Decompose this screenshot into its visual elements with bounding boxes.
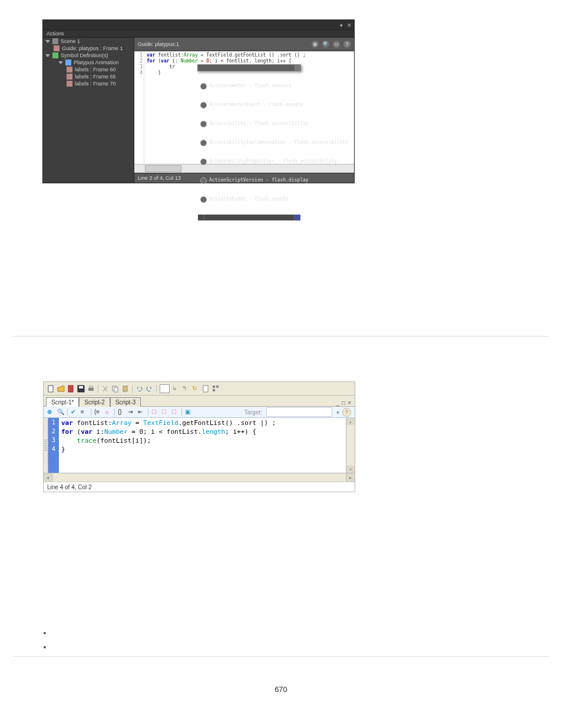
scene-tree[interactable]: Scene 1 Guide: platypus : Frame 1 Symbol… [43, 38, 134, 183]
undo-icon[interactable] [135, 385, 143, 393]
editor-header: Guide: platypus:1 ⊕ 🔍 ‹› ? [134, 38, 354, 51]
main-toolbar: ↳ ↰ ↻ [44, 382, 355, 396]
autocomplete-item[interactable]: AccelerometerEvent - flash.events [198, 101, 300, 108]
subheader: Actions [43, 29, 354, 38]
tab-script-3[interactable]: Script-3 [110, 397, 141, 407]
tree-label: labels : Frame 60 [75, 67, 116, 73]
scroll-right-icon[interactable]: ▸ [346, 473, 355, 482]
open-file-icon[interactable] [57, 385, 65, 393]
autocomplete-item[interactable]: ActivityEvent - flash.events [198, 196, 300, 203]
gutter: 1234 [134, 51, 144, 164]
expand-icon[interactable] [58, 61, 63, 64]
redo-icon[interactable] [146, 385, 153, 393]
code-lines[interactable]: var fontList:Array = TextField.getFontLi… [59, 418, 346, 473]
uncomment-icon[interactable]: ☐ [161, 409, 168, 416]
save-icon[interactable] [77, 385, 85, 393]
find-icon[interactable]: 🔍 [322, 41, 329, 48]
side-grip[interactable] [44, 418, 48, 473]
tree-item-frame[interactable]: labels : Frame 65 [43, 73, 134, 80]
autocomplete-popup[interactable]: Accelerometer - flash.sensors Accelerome… [197, 64, 301, 71]
scroll-down-icon[interactable]: ▾ [346, 466, 355, 473]
close-tab-icon[interactable]: × [348, 400, 351, 406]
comment-icon[interactable]: ☐ [151, 409, 158, 416]
collapse-icon[interactable]: ▾ [340, 22, 345, 27]
collapse-out-icon[interactable]: ⇤ [138, 409, 145, 416]
step-out-icon[interactable]: ↰ [182, 385, 190, 393]
vertical-scrollbar[interactable]: ▴ ▾ [346, 418, 355, 473]
actions-panel: ▾ ✕ Actions Scene 1 Guide: platypus : Fr… [43, 20, 354, 183]
close-icon[interactable]: ✕ [347, 22, 352, 27]
cut-icon[interactable] [101, 385, 109, 393]
tree-item-frame[interactable]: labels : Frame 70 [43, 80, 134, 87]
class-icon [200, 196, 207, 203]
puzzle-icon [52, 52, 58, 58]
copy-icon[interactable] [111, 385, 119, 393]
tree-item-guide[interactable]: Guide: platypus : Frame 1 [43, 45, 134, 52]
autocomplete-item[interactable]: AccessibilityImplementation - flash.acce… [198, 139, 300, 146]
scroll-up-icon[interactable]: ▴ [346, 418, 355, 425]
help-icon[interactable]: ? [343, 41, 351, 48]
autocomplete-item[interactable]: Accessibility - flash.accessibility [198, 120, 300, 127]
popup-hscroll[interactable] [198, 215, 300, 220]
sheet-icon[interactable] [202, 385, 210, 393]
blocks-icon[interactable] [212, 385, 220, 393]
tree-item-frame[interactable]: labels : Frame 60 [43, 66, 134, 73]
scroll-left-icon[interactable]: ◂ [44, 473, 52, 482]
autoformat-icon[interactable]: ≡ [81, 409, 88, 416]
options-icon[interactable]: ▣ [185, 409, 192, 416]
print-icon[interactable] [87, 385, 95, 393]
panel-titlebar[interactable]: ▾ ✕ [43, 20, 354, 29]
tab-script-1[interactable]: Script-1* [46, 397, 79, 407]
tree-item-scene[interactable]: Scene 1 [43, 38, 134, 45]
minimize-icon[interactable]: _ [336, 400, 340, 406]
frame-icon [67, 81, 72, 87]
horizontal-scrollbar[interactable]: ◂ ▸ [44, 473, 355, 482]
subheader-label: Actions [47, 31, 64, 37]
bullet-list [43, 628, 562, 645]
page-rule [13, 336, 549, 337]
debug-icon[interactable]: ☼ [104, 409, 111, 416]
add-icon[interactable]: ⊕ [47, 409, 54, 416]
restore-icon[interactable]: □ [342, 400, 345, 406]
expand-icon[interactable] [45, 54, 50, 57]
brace-match-icon[interactable]: {} [118, 409, 125, 416]
tree-label: Platypus Animation [74, 60, 119, 65]
reload-icon[interactable]: ↻ [192, 385, 200, 393]
autocomplete-label: Accelerometer - flash.sensors [209, 83, 292, 89]
step-in-icon[interactable]: ↳ [172, 385, 180, 393]
svg-rect-3 [79, 386, 83, 388]
paste-icon[interactable] [121, 385, 129, 393]
autocomplete-label: ActionScriptVersion - flash.display [209, 177, 309, 183]
tree-item-symdefs[interactable]: Symbol Definition(s) [43, 52, 134, 59]
chevron-down-icon[interactable]: ▾ [336, 409, 339, 416]
target-label: Target: [244, 409, 262, 416]
codehint-icon[interactable]: (≡ [94, 409, 101, 416]
target-select[interactable] [266, 407, 332, 417]
recent-icon[interactable] [67, 385, 75, 393]
expand-icon[interactable] [45, 40, 50, 43]
block-comment-icon[interactable]: ☐ [171, 409, 178, 416]
check-syntax-icon[interactable]: ✔ [71, 409, 78, 416]
status-text: Line 2 of 4, Col 13 [138, 175, 181, 181]
code-editor[interactable]: 1234 var fontlist:Array = TextField.getF… [134, 51, 354, 164]
search-box-icon[interactable] [160, 384, 170, 393]
autocomplete-item[interactable]: Accelerometer - flash.sensors [198, 83, 300, 90]
scene-icon [52, 38, 58, 44]
autocomplete-item[interactable]: ActionScriptVersion - flash.display [198, 177, 300, 184]
tree-item-animation[interactable]: Platypus Animation [43, 59, 134, 66]
autocomplete-item[interactable]: AccessibilityProperties - flash.accessib… [198, 158, 300, 165]
code-lines[interactable]: var fontlist:Array = TextField.getFontLi… [144, 51, 354, 164]
svg-rect-5 [90, 386, 92, 388]
help-icon[interactable]: ? [342, 408, 351, 417]
page-rule [13, 656, 549, 657]
status-text-2: Line 4 of 4, Col 2 [47, 484, 92, 490]
class-icon [200, 140, 207, 146]
find-icon[interactable]: 🔍 [57, 409, 64, 416]
pin-icon[interactable]: ⊕ [312, 41, 319, 48]
code-editor-2[interactable]: 1234 var fontList:Array = TextField.getF… [44, 418, 355, 473]
code-icon[interactable]: ‹› [333, 41, 340, 48]
collapse-in-icon[interactable]: ⇥ [128, 409, 135, 416]
tab-script-2[interactable]: Script-2 [79, 397, 110, 407]
new-file-icon[interactable] [47, 385, 55, 393]
popup-vscroll[interactable] [294, 65, 300, 71]
